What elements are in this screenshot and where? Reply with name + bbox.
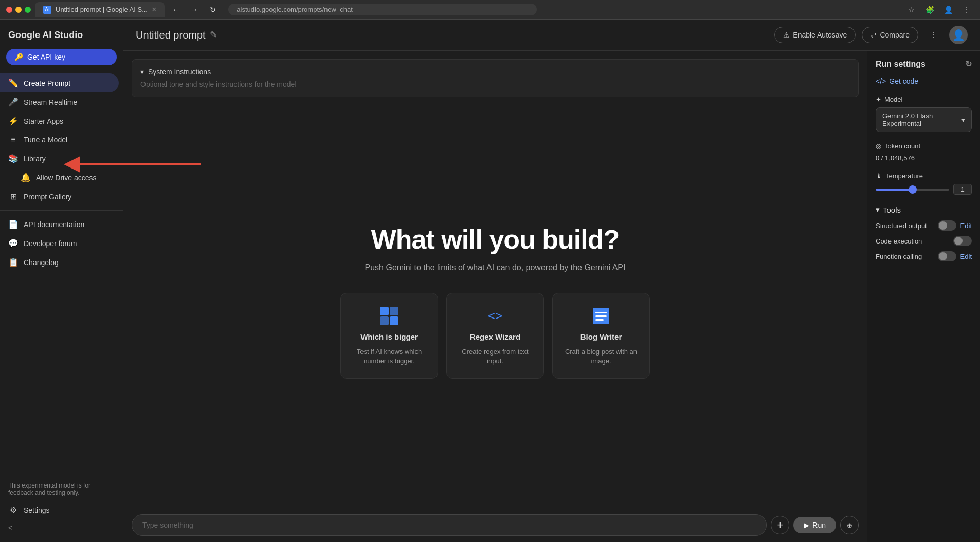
- browser-tab[interactable]: AI Untitled prompt | Google AI S... ×: [35, 2, 165, 17]
- nav-back-button[interactable]: ←: [169, 3, 183, 17]
- structured-output-toggle[interactable]: [938, 220, 956, 231]
- content-area: ▾ System Instructions Optional tone and …: [123, 51, 980, 542]
- svg-rect-2: [390, 307, 398, 315]
- card-which-is-bigger[interactable]: Which is bigger Test if AI knows which n…: [340, 293, 438, 379]
- system-instructions-header[interactable]: ▾ System Instructions: [140, 68, 850, 76]
- prompt-area: ▾ System Instructions Optional tone and …: [123, 51, 867, 542]
- tool-row-structured-output: Structured output Edit: [876, 220, 972, 231]
- model-selector[interactable]: Gemini 2.0 Flash Experimental ▾: [876, 107, 972, 132]
- function-calling-knob: [939, 252, 947, 260]
- settings-icon: ⚙: [8, 505, 19, 515]
- input-area: + ▶ Run ⊕: [123, 508, 867, 542]
- sidebar-item-prompt-gallery[interactable]: ⊞ Prompt Gallery: [0, 187, 119, 206]
- chevron-down-icon: ▾: [140, 68, 144, 76]
- card-desc-regex-wizard: Create regex from text input.: [457, 347, 533, 366]
- function-calling-edit[interactable]: Edit: [960, 253, 972, 260]
- minimize-dot[interactable]: [15, 7, 22, 13]
- tab-favicon: AI: [43, 6, 51, 14]
- get-code-link[interactable]: </> Get code: [876, 77, 972, 85]
- card-desc-which-is-bigger: Test if AI knows which number is bigger.: [351, 347, 427, 366]
- sidebar-item-api-docs[interactable]: 📄 API documentation: [0, 215, 119, 234]
- tools-section: ▾ Tools Structured output Edit Code exec…: [876, 205, 972, 261]
- card-icon-regex-wizard: <>: [485, 306, 505, 326]
- sidebar-item-starter-apps[interactable]: ⚡ Starter Apps: [0, 111, 119, 130]
- sidebar-item-dev-forum[interactable]: 💬 Developer forum: [0, 234, 119, 253]
- card-title-blog-writer: Blog Writer: [580, 332, 622, 341]
- changelog-icon: 📋: [8, 257, 19, 267]
- svg-rect-4: [390, 316, 398, 325]
- function-calling-toggle[interactable]: [938, 251, 956, 261]
- extra-action-button[interactable]: ⊕: [840, 516, 859, 534]
- get-code-section: </> Get code: [876, 77, 972, 85]
- structured-output-knob: [939, 221, 947, 230]
- structured-output-edit[interactable]: Edit: [960, 222, 972, 230]
- sidebar-collapse-button[interactable]: <: [0, 519, 123, 536]
- page-title-area: Untitled prompt ✎: [136, 29, 217, 41]
- sidebar-label-tune-model: Tune a Model: [24, 136, 67, 144]
- model-label: ✦ Model: [876, 96, 972, 103]
- sidebar-item-tune-model[interactable]: ≡ Tune a Model: [0, 130, 119, 149]
- enable-autosave-button[interactable]: ⚠ Enable Autosave: [774, 27, 856, 43]
- menu-button[interactable]: ⋮: [959, 3, 974, 17]
- sidebar-item-allow-drive[interactable]: 🔔 Allow Drive access: [0, 168, 119, 187]
- code-execution-toggle[interactable]: [953, 236, 972, 246]
- library-icon: 📚: [8, 154, 19, 163]
- close-dot[interactable]: [6, 7, 12, 13]
- prompt-input[interactable]: [132, 514, 767, 536]
- sidebar-label-stream-realtime: Stream Realtime: [24, 98, 77, 106]
- maximize-dot[interactable]: [25, 7, 31, 13]
- main-content: Untitled prompt ✎ ⚠ Enable Autosave ⇄ Co…: [123, 20, 980, 542]
- edit-title-icon[interactable]: ✎: [210, 29, 217, 41]
- browser-dots: [6, 7, 31, 13]
- sidebar-label-api-docs: API documentation: [24, 220, 84, 229]
- system-instructions-placeholder[interactable]: Optional tone and style instructions for…: [140, 80, 850, 88]
- extensions-button[interactable]: 🧩: [922, 3, 937, 17]
- sidebar-item-stream-realtime[interactable]: 🎤 Stream Realtime: [0, 92, 119, 111]
- create-prompt-icon: ✏️: [8, 78, 19, 88]
- bookmark-button[interactable]: ☆: [904, 3, 918, 17]
- svg-rect-9: [595, 319, 604, 321]
- compare-button[interactable]: ⇄ Compare: [862, 27, 918, 43]
- sidebar-item-changelog[interactable]: 📋 Changelog: [0, 253, 119, 272]
- nav-forward-button[interactable]: →: [187, 3, 202, 17]
- sidebar-item-library[interactable]: 📚 Library: [0, 149, 119, 168]
- token-count-label: ◎ Token count: [876, 142, 972, 150]
- app: Google AI Studio 🔑 Get API key ✏️ Create…: [0, 20, 980, 542]
- profile-button[interactable]: 👤: [941, 3, 955, 17]
- key-icon: 🔑: [14, 53, 23, 61]
- tune-icon: ≡: [8, 135, 19, 144]
- overflow-menu-button[interactable]: ⋮: [924, 26, 943, 44]
- card-regex-wizard[interactable]: <> Regex Wizard Create regex from text i…: [446, 293, 544, 379]
- sidebar-item-settings[interactable]: ⚙ Settings: [0, 500, 119, 519]
- model-section: ✦ Model Gemini 2.0 Flash Experimental ▾: [876, 96, 972, 132]
- card-title-which-is-bigger: Which is bigger: [360, 332, 418, 341]
- tools-collapse-icon[interactable]: ▾: [876, 205, 880, 214]
- temperature-slider-container: 1: [876, 184, 972, 195]
- api-docs-icon: 📄: [8, 219, 19, 229]
- code-execution-label: Code execution: [876, 237, 953, 245]
- app-logo: Google AI Studio: [0, 26, 123, 49]
- user-avatar[interactable]: 👤: [949, 26, 968, 44]
- drive-icon: 🔔: [21, 173, 31, 182]
- address-bar[interactable]: aistudio.google.com/prompts/new_chat: [228, 4, 537, 15]
- add-content-button[interactable]: +: [771, 516, 789, 534]
- gallery-icon: ⊞: [8, 192, 19, 201]
- sidebar-label-allow-drive: Allow Drive access: [36, 174, 96, 182]
- refresh-settings-button[interactable]: ↻: [965, 59, 972, 69]
- get-api-key-button[interactable]: 🔑 Get API key: [6, 49, 117, 65]
- sidebar-label-library: Library: [24, 155, 46, 163]
- tab-close-button[interactable]: ×: [152, 5, 156, 14]
- card-blog-writer[interactable]: Blog Writer Craft a blog post with an im…: [552, 293, 650, 379]
- temperature-slider[interactable]: [876, 189, 949, 191]
- sidebar-footer-text: This experimental model is for feedback …: [0, 478, 123, 500]
- run-button[interactable]: ▶ Run: [793, 517, 836, 533]
- collapse-icon: <: [8, 524, 12, 532]
- nav-refresh-button[interactable]: ↻: [206, 3, 220, 17]
- hero-subtitle: Push Gemini to the limits of what AI can…: [365, 263, 626, 272]
- topbar: Untitled prompt ✎ ⚠ Enable Autosave ⇄ Co…: [123, 20, 980, 51]
- tool-row-code-execution: Code execution: [876, 236, 972, 246]
- thermometer-icon: 🌡: [876, 172, 882, 180]
- sidebar-item-create-prompt[interactable]: ✏️ Create Prompt: [0, 73, 119, 92]
- function-calling-label: Function calling: [876, 253, 938, 260]
- sidebar-label-dev-forum: Developer forum: [24, 239, 77, 248]
